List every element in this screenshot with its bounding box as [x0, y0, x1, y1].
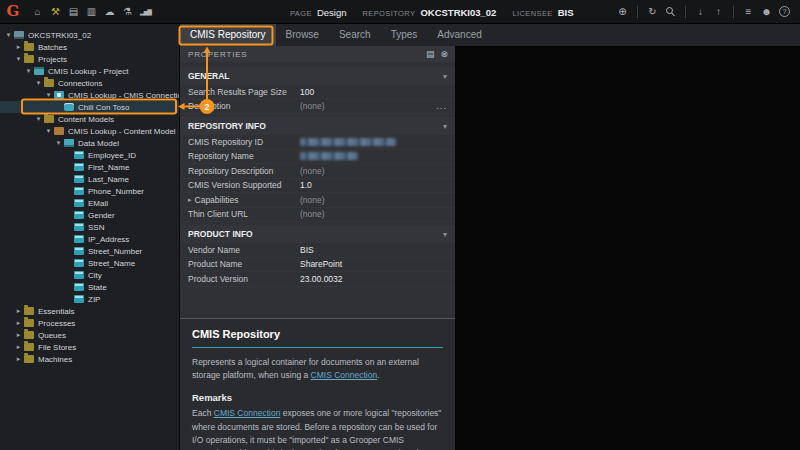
save-icon[interactable]: ▤ [66, 4, 81, 20]
property-value-cell[interactable]: (none) [300, 166, 447, 176]
tree-item-projects[interactable]: ▾Projects [0, 53, 179, 65]
tree-item-cmis-lookup-project[interactable]: ▾CMIS Lookup - Project [0, 65, 179, 77]
collapse-icon[interactable]: ▾ [44, 91, 53, 99]
empty-workspace [455, 46, 800, 450]
tree-item-ssn[interactable]: SSN [0, 221, 179, 233]
property-value: (none) [300, 209, 325, 219]
save-icon[interactable]: ▤ [426, 50, 435, 59]
bar-chart-icon[interactable]: ▂▅▇ [138, 4, 153, 20]
property-value-cell[interactable]: (none) [300, 101, 436, 111]
expand-icon[interactable]: ▸ [14, 307, 23, 315]
tree-item-essentials[interactable]: ▸Essentials [0, 305, 179, 317]
tree-item-machines[interactable]: ▸Machines [0, 353, 179, 365]
property-value-cell[interactable]: BIS [300, 245, 447, 255]
section-header-repository-info[interactable]: REPOSITORY INFO▾ [180, 117, 455, 135]
property-row-product-name: Product NameSharePoint [180, 258, 455, 273]
folder-icon [44, 79, 54, 87]
property-label: Product Name [188, 259, 242, 269]
ellipsis-button[interactable]: ... [436, 101, 447, 111]
tree-item-employee-id[interactable]: Employee_ID [0, 149, 179, 161]
content-model-icon [54, 127, 64, 135]
expand-icon[interactable]: ▸ [14, 43, 23, 51]
property-value-cell[interactable] [300, 152, 447, 160]
flask-icon[interactable]: ⚗ [120, 4, 135, 20]
collapse-icon[interactable]: ▾ [54, 139, 63, 147]
package-icon[interactable]: ▥ [84, 4, 99, 20]
collapse-icon[interactable]: ▾ [34, 115, 43, 123]
tab-cmis-repository[interactable]: CMIS Repository [180, 24, 276, 46]
tab-browse[interactable]: Browse [276, 24, 329, 46]
tree-item-street-number[interactable]: Street_Number [0, 245, 179, 257]
collapse-icon[interactable]: ▾ [44, 127, 53, 135]
tree-item-batches[interactable]: ▸Batches [0, 41, 179, 53]
expand-icon[interactable]: ▸ [14, 319, 23, 327]
database-icon[interactable]: ≡ [741, 4, 756, 20]
tree-item-queues[interactable]: ▸Queues [0, 329, 179, 341]
tab-search[interactable]: Search [329, 24, 381, 46]
topbar-right-icons: ⊕↻↓↑≡☻? [615, 4, 792, 20]
expand-icon[interactable]: ▸ [14, 355, 23, 363]
property-value-cell[interactable]: 23.00.0032 [300, 274, 447, 284]
tree-item-cmis-lookup-cmis-connection[interactable]: ▾CMIS Lookup - CMIS Connection [0, 89, 179, 101]
collapse-icon[interactable]: ▾ [34, 79, 43, 87]
tree-item-data-model[interactable]: ▾Data Model [0, 137, 179, 149]
tree-item-processes[interactable]: ▸Processes [0, 317, 179, 329]
close-icon[interactable]: ⊗ [440, 50, 448, 59]
tab-advanced[interactable]: Advanced [427, 24, 491, 46]
tree-item-chili-con-toso[interactable]: Chili Con Toso [0, 101, 179, 113]
add-icon[interactable]: ⊕ [615, 4, 630, 20]
topbar-left-icons: ⌂⚒▤▥☁⚗▂▅▇ [30, 4, 153, 20]
tree-item-cmis-lookup-content-model[interactable]: ▾CMIS Lookup - Content Model [0, 125, 179, 137]
properties-header-icons: ▤⊗ [426, 50, 455, 59]
search-icon[interactable] [663, 4, 678, 20]
properties-title: PROPERTIES [180, 50, 247, 59]
tree-item-ip-address[interactable]: IP_Address [0, 233, 179, 245]
collapse-icon[interactable]: ▾ [24, 67, 33, 75]
expand-icon[interactable]: ▸ [188, 196, 192, 204]
doc-link[interactable]: CMIS Connection [311, 370, 378, 380]
account-icon[interactable]: ☻ [759, 4, 774, 20]
separator [733, 6, 734, 18]
property-value-cell[interactable]: (none) [300, 195, 447, 205]
property-value-cell[interactable]: 1.0 [300, 180, 447, 190]
properties-header: PROPERTIES ▤⊗ [180, 46, 455, 62]
collapse-icon[interactable]: ▾ [14, 55, 23, 63]
tab-types[interactable]: Types [381, 24, 428, 46]
tree-item-connections[interactable]: ▾Connections [0, 77, 179, 89]
tree-item-email[interactable]: EMail [0, 197, 179, 209]
doc-link[interactable]: CMIS Connection [214, 408, 281, 418]
property-value-cell[interactable]: SharePoint [300, 259, 447, 269]
tree-item-gender[interactable]: Gender [0, 209, 179, 221]
cloud-upload-icon[interactable]: ☁ [102, 4, 117, 20]
repository-value: OKCSTRKI03_02 [420, 7, 496, 18]
collapse-icon[interactable]: ▾ [4, 31, 13, 39]
property-value-cell[interactable]: 100 [300, 87, 447, 97]
app-logo[interactable]: G [0, 0, 26, 23]
property-label: Vendor Name [188, 245, 240, 255]
expand-icon[interactable]: ▸ [14, 331, 23, 339]
refresh-icon[interactable]: ↻ [645, 4, 660, 20]
tree-item-phone-number[interactable]: Phone_Number [0, 185, 179, 197]
tools-icon[interactable]: ⚒ [48, 4, 63, 20]
tree-item-file-stores[interactable]: ▸File Stores [0, 341, 179, 353]
download-icon[interactable]: ↓ [693, 4, 708, 20]
tree-item-last-name[interactable]: Last_Name [0, 173, 179, 185]
help-icon[interactable]: ? [777, 4, 792, 20]
property-value-cell[interactable] [300, 138, 447, 146]
tree-item-zip[interactable]: ZIP [0, 293, 179, 305]
upload-icon[interactable]: ↑ [711, 4, 726, 20]
folder-icon [24, 343, 34, 351]
home-icon[interactable]: ⌂ [30, 4, 45, 20]
tree-item-street-name[interactable]: Street_Name [0, 257, 179, 269]
expand-icon[interactable]: ▸ [14, 343, 23, 351]
tree-item-first-name[interactable]: First_Name [0, 161, 179, 173]
doc-text: Each [192, 408, 214, 418]
tree-item-city[interactable]: City [0, 269, 179, 281]
section-header-general[interactable]: GENERAL▾ [180, 67, 455, 85]
tree-item-state[interactable]: State [0, 281, 179, 293]
tree-item-okcstrki03-02[interactable]: ▾OKCSTRKI03_02 [0, 29, 179, 41]
section-header-product-info[interactable]: PRODUCT INFO▾ [180, 225, 455, 243]
tree-item-content-models[interactable]: ▾Content Models [0, 113, 179, 125]
property-value-cell[interactable]: (none) [300, 209, 447, 219]
node-tree-sidebar[interactable]: ▾OKCSTRKI03_02▸Batches▾Projects▾CMIS Loo… [0, 24, 180, 450]
